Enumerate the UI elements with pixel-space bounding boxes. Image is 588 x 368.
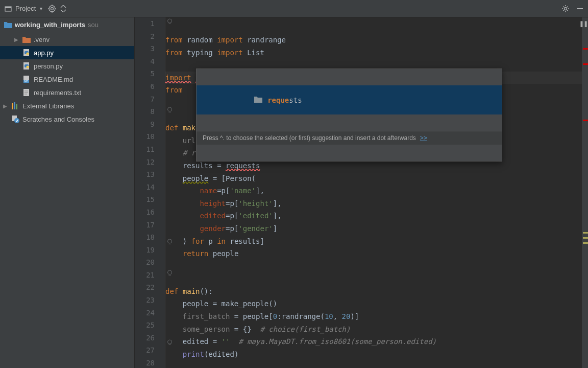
code-line-17[interactable]: ) for p in results] [165,235,582,248]
file-name: person.py [34,62,63,70]
line-number: 11 [135,143,165,156]
svg-point-13 [27,66,29,68]
svg-rect-21 [12,103,13,109]
scratches-label: Scratches and Consoles [22,116,94,123]
line-number: 6 [135,80,165,93]
line-number: 23 [135,294,165,307]
code-line-18[interactable]: return people [165,247,582,260]
error-marker[interactable] [583,63,588,65]
code-line-14[interactable]: height=p['height'], [165,197,582,210]
line-number: 18 [135,231,165,244]
external-libraries-label: External Libraries [22,102,74,110]
package-icon [203,87,262,112]
line-number: 21 [135,269,165,282]
line-number: 19 [135,244,165,257]
line-number: 9 [135,118,165,131]
line-number: 14 [135,181,165,194]
line-number: 2 [135,30,165,43]
project-tool-icon[interactable] [4,5,12,13]
file-name: app.py [34,49,54,57]
line-number: 3 [135,42,165,55]
error-marker[interactable] [583,120,588,121]
code-line-26[interactable]: print(edited) [165,348,582,361]
warning-marker[interactable] [583,237,588,239]
minimize-icon[interactable] [576,5,584,13]
autocomplete-popup[interactable]: requests Press ^. to choose the selected… [196,68,502,162]
line-number: 22 [135,281,165,294]
tree-item-README-md[interactable]: MDREADME.md [0,73,134,86]
line-number: 20 [135,256,165,269]
line-number: 7 [135,93,165,106]
line-gutter: 1234567891011121314151617181920212223242… [135,17,165,368]
hint-link[interactable]: >> [420,134,427,142]
warning-marker[interactable] [583,232,588,234]
line-number: 12 [135,156,165,169]
line-number: 26 [135,332,165,344]
chevron-down-icon[interactable]: ▼ [37,5,45,13]
code-line-2[interactable]: from typing import List [165,47,582,59]
tree-item--venv[interactable]: ▶.venv [0,33,134,46]
svg-point-3 [51,7,54,10]
libraries-icon [11,102,19,110]
warning-marker[interactable] [583,242,588,244]
editor-scrollbar[interactable]: ❚❚ [582,17,588,368]
code-line-27[interactable] [165,360,582,368]
line-number: 1 [135,17,165,30]
code-line-20[interactable] [165,272,582,285]
svg-point-25 [14,118,19,123]
file-icon [22,88,31,97]
line-number: 17 [135,219,165,232]
external-libraries[interactable]: ▶ External Libraries [0,99,134,112]
line-number: 4 [135,55,165,68]
line-number: 16 [135,206,165,219]
autocomplete-hint: Press ^. to choose the selected (or firs… [197,131,502,145]
project-label[interactable]: Project [15,5,36,12]
svg-rect-1 [5,7,11,8]
code-editor[interactable]: 1234567891011121314151617181920212223242… [135,17,588,368]
code-line-25[interactable]: edited = '' # maya.MayaDT.from_iso8601(s… [165,335,582,348]
file-name: requirements.txt [34,89,81,97]
project-root[interactable]: working_with_imports sou [0,17,134,32]
code-line-15[interactable]: edited=p['edited'], [165,210,582,222]
suggestion-text: requests [267,96,302,104]
code-line-21[interactable]: def main(): [165,285,582,298]
scratches-consoles[interactable]: Scratches and Consoles [0,112,134,126]
target-icon[interactable] [48,5,56,13]
file-icon [22,49,31,57]
inspection-indicator-icon[interactable]: ❚❚ [579,19,588,28]
code-line-13[interactable]: name=p['name'], [165,185,582,197]
code-line-12[interactable]: people = [Person( [165,172,582,185]
line-number: 13 [135,168,165,181]
code-line-22[interactable]: people = make_people() [165,297,582,310]
tree-item-app-py[interactable]: app.py [0,46,134,59]
svg-rect-22 [14,102,15,109]
line-number: 10 [135,130,165,143]
svg-point-2 [49,6,55,12]
code-content[interactable]: from random import randrangefrom typing … [165,17,582,368]
project-root-name: working_with_imports [15,21,85,29]
code-line-1[interactable]: from random import randrange [165,34,582,47]
scratches-icon [11,115,19,123]
file-name: .venv [34,36,50,43]
svg-rect-9 [577,8,583,9]
expand-icon[interactable] [59,5,67,13]
autocomplete-suggestion[interactable]: requests [197,85,502,114]
line-number: 8 [135,105,165,118]
error-marker[interactable] [583,48,588,50]
svg-point-11 [27,53,29,55]
module-folder-icon [4,20,12,29]
code-line-24[interactable]: some_person = {} # choice(first_batch) [165,323,582,336]
main-toolbar: Project ▼ [0,0,588,17]
code-line-16[interactable]: gender=p['gender'] [165,222,582,235]
project-tree: ▶.venvapp.pyperson.pyMDREADME.mdrequirem… [0,32,134,99]
code-line-19[interactable] [165,260,582,273]
svg-rect-23 [16,104,17,109]
line-number: 24 [135,307,165,319]
tree-item-person-py[interactable]: person.py [0,59,134,73]
line-number: 5 [135,67,165,80]
gear-icon[interactable] [561,5,570,13]
svg-text:MD: MD [24,80,29,83]
tree-item-requirements-txt[interactable]: requirements.txt [0,86,134,99]
line-number: 25 [135,319,165,332]
code-line-23[interactable]: first_batch = people[0:randrange(10, 20)… [165,310,582,323]
